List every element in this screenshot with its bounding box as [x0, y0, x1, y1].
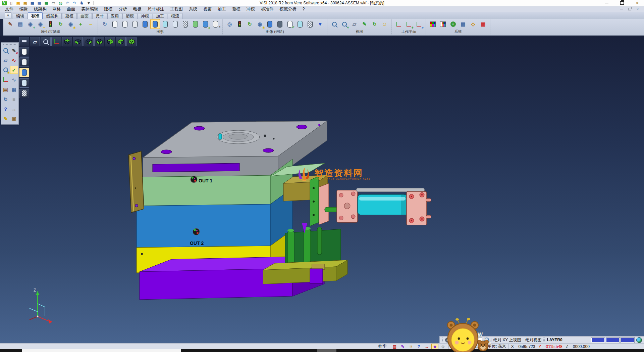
view-back-icon[interactable]	[105, 37, 115, 46]
translucent-style-icon[interactable]	[160, 19, 170, 29]
tab-standard[interactable]: 标准	[28, 12, 43, 19]
menu-item-file[interactable]: 文件	[2, 6, 16, 12]
delete-sketch-icon[interactable]: ✎×	[10, 46, 18, 54]
zoom-window-icon[interactable]: +	[339, 19, 349, 29]
tab-wireframe[interactable]: 线架构	[43, 13, 62, 19]
redo-icon[interactable]: ↷	[71, 1, 78, 6]
curve-edit-icon[interactable]: ∿	[10, 56, 18, 64]
menu-item-mesh[interactable]: 网格	[50, 6, 64, 12]
advanced-graphics-icon[interactable]: ◎	[225, 19, 234, 29]
shaded-style-icon[interactable]	[140, 19, 150, 29]
save-icon[interactable]: ▦	[29, 1, 36, 6]
orient-view-icon[interactable]: ▼	[315, 19, 325, 29]
globe-icon[interactable]	[636, 337, 642, 343]
redraw-icon[interactable]: ↻	[100, 19, 110, 29]
menu-item-window[interactable]: 视窗	[200, 6, 215, 12]
section-translucent-icon[interactable]	[295, 19, 305, 29]
quick-access-dropdown-icon[interactable]: ▾	[86, 1, 92, 6]
hide-entities-icon[interactable]: ◉−	[36, 19, 45, 29]
menu-item-solid-edit[interactable]: 实体编辑	[78, 6, 101, 12]
hatch-mode-icon[interactable]	[19, 89, 29, 98]
print-preview-icon[interactable]: ◎	[57, 1, 64, 6]
solid-view-icon[interactable]: ■	[10, 95, 18, 103]
render-smile-icon[interactable]: ☺	[380, 19, 389, 29]
clipboard-icon[interactable]: ▣	[10, 115, 18, 123]
zoom-dynamic-icon[interactable]: ±	[2, 66, 10, 74]
drag-settings-icon[interactable]: ◇	[468, 19, 478, 29]
plane-select-icon[interactable]: ▱	[2, 56, 10, 64]
history-icon[interactable]: ♞	[78, 1, 85, 6]
section-hatch-icon[interactable]	[305, 19, 315, 29]
assembly-style-icon[interactable]	[191, 19, 200, 29]
color-palette-icon[interactable]	[428, 19, 438, 29]
tab-dropdown-icon[interactable]: ▼	[5, 12, 11, 18]
tab-modeling[interactable]: 建模	[62, 13, 77, 19]
graphics-viewport[interactable]: OUT 1 OUT 2 Z ▱ ✎×▱∿±✓∿▤▦↻■?↔✎▣	[0, 36, 644, 343]
advanced-refresh-icon[interactable]: ↻	[245, 19, 255, 29]
absolute-view-label[interactable]: 绝对视图	[525, 337, 541, 343]
advanced-toggle-icon[interactable]: ◉±	[255, 19, 265, 29]
view-left-icon[interactable]	[84, 37, 94, 46]
tab-application[interactable]: 应用	[107, 13, 122, 19]
zoom-all-icon[interactable]	[329, 19, 339, 29]
undo-icon[interactable]: ↶	[64, 1, 71, 6]
key-icon[interactable]: ¤	[408, 344, 414, 349]
menu-item-machining[interactable]: 加工	[215, 6, 229, 12]
system-config-icon[interactable]: +	[448, 19, 458, 29]
ucs-icon[interactable]	[2, 76, 10, 84]
menu-item-edit[interactable]: 编辑	[16, 6, 31, 12]
view-orientation-label[interactable]: 绝对 XY 上视图	[493, 337, 521, 343]
shaded-edges-style-icon[interactable]	[150, 19, 160, 29]
view-right-icon[interactable]	[94, 37, 104, 46]
layer-color-swatch[interactable]	[621, 338, 634, 343]
menu-item-mold[interactable]: 塑模	[229, 6, 244, 12]
menu-item-standard-parts[interactable]: 标准件	[258, 6, 277, 12]
spline-edit-icon[interactable]: ∿	[10, 76, 18, 84]
dashed-hidden-style-icon[interactable]	[130, 19, 140, 29]
toggle-visibility-icon[interactable]: ◉±	[66, 19, 75, 29]
attribute-copy-icon[interactable]: ▤	[15, 19, 25, 29]
view-plane-icon[interactable]: ▱	[350, 19, 359, 29]
workplane-view-icon[interactable]: »	[414, 19, 424, 29]
menu-item-electrode[interactable]: 电极	[130, 6, 145, 12]
filter-elements-icon[interactable]	[46, 19, 55, 29]
workplane-entity-icon[interactable]: +	[404, 19, 414, 29]
save-as-icon[interactable]: ▦	[36, 1, 43, 6]
menu-item-wireframe[interactable]: 线架构	[31, 6, 50, 12]
axis-display-icon[interactable]	[51, 37, 61, 46]
save-all-icon[interactable]: ▦	[43, 1, 50, 6]
wireframe-mode-icon[interactable]	[19, 47, 29, 56]
menu-item-analysis[interactable]: 分析	[116, 6, 130, 12]
tag-icon[interactable]: ✎	[2, 115, 10, 123]
active-layer-label[interactable]: LAYER0	[547, 338, 562, 342]
menu-item-moldflow[interactable]: 模流分析	[277, 6, 300, 12]
print-icon[interactable]: ▭	[50, 1, 57, 6]
view-iso-icon[interactable]	[126, 37, 137, 46]
tab-surface[interactable]: 曲面	[77, 13, 92, 19]
export-icon[interactable]: →	[424, 344, 430, 349]
section-shaded-icon[interactable]	[265, 19, 275, 29]
zoom-select-icon[interactable]	[41, 37, 51, 46]
menu-item-modeling[interactable]: 建模	[101, 6, 116, 12]
status-help-icon[interactable]: ?	[416, 344, 422, 349]
flat-style-icon[interactable]	[170, 19, 180, 29]
menu-item-system[interactable]: 系统	[186, 6, 200, 12]
mdi-restore-button[interactable]	[627, 8, 632, 10]
regenerate-icon[interactable]: ↻	[370, 19, 379, 29]
section-dark-icon[interactable]	[275, 19, 285, 29]
measure-icon[interactable]: ↔	[10, 105, 18, 113]
menu-item-surface[interactable]: 曲面	[64, 6, 78, 12]
mdi-close-button[interactable]: ×	[635, 7, 640, 11]
layer-color-swatch[interactable]	[606, 338, 620, 343]
workplane-display-icon[interactable]: ▱	[30, 37, 40, 46]
tab-press[interactable]: 冲模	[138, 13, 152, 19]
restore-button[interactable]	[619, 0, 625, 6]
sketch-view-icon[interactable]: ✎	[360, 19, 369, 29]
model-canvas[interactable]: OUT 1 OUT 2 Z	[0, 36, 644, 343]
refresh-visibility-icon[interactable]: ↻	[56, 19, 65, 29]
view-top-icon[interactable]	[62, 37, 72, 46]
show-entities-icon[interactable]: ◉+	[25, 19, 35, 29]
show-all-icon[interactable]: +	[76, 19, 86, 29]
menu-item-press[interactable]: 冲模	[244, 6, 258, 12]
view-menu-icon[interactable]	[19, 37, 29, 46]
